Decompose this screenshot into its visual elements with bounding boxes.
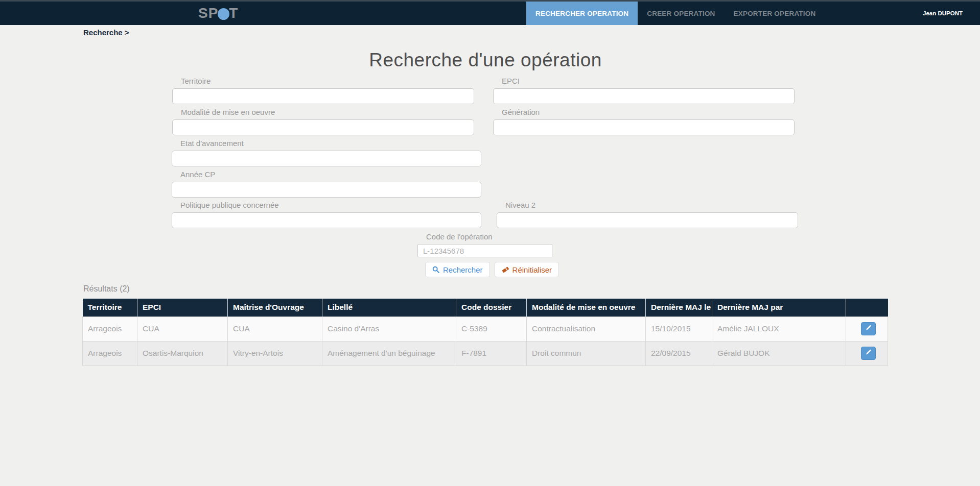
epci-label: EPCI: [502, 77, 795, 85]
cell-libelle: Casino d'Arras: [322, 317, 456, 341]
field-etat-avancement: Etat d'avancement: [172, 139, 481, 166]
cell-libelle: Aménagement d'un béguinage: [322, 341, 456, 366]
niveau-2-input[interactable]: [497, 212, 798, 228]
field-modalite: Modalité de mise en oeuvre: [172, 108, 474, 135]
annee-cp-label: Année CP: [180, 170, 481, 179]
field-niveau-2: Niveau 2: [497, 201, 798, 228]
cell-maitrise: Vitry-en-Artois: [228, 341, 322, 366]
nav-item-label: CREER OPERATION: [647, 10, 715, 17]
col-code-dossier: Code dossier: [456, 299, 527, 317]
results-count: Résultats (2): [83, 284, 130, 294]
search-icon: [432, 266, 439, 273]
cell-code: C-5389: [456, 317, 527, 341]
table-row: Arrageois CUA CUA Casino d'Arras C-5389 …: [83, 317, 888, 341]
col-actions: [846, 299, 888, 317]
table-header-row: Territoire EPCI Maîtrise d'Ouvrage Libel…: [83, 299, 888, 317]
pencil-icon: [865, 349, 872, 357]
col-derniere-maj-par: Dernière MAJ par: [712, 299, 846, 317]
nav-item-rechercher-operation[interactable]: RECHERCHER OPERATION: [526, 2, 638, 25]
annee-cp-input[interactable]: [172, 182, 481, 198]
navbar: SP T RECHERCHER OPERATION CREER OPERATIO…: [0, 0, 980, 25]
territoire-input[interactable]: [172, 88, 474, 104]
cell-maj-par: Amélie JALLOUX: [712, 317, 846, 341]
code-operation-label: Code de l'opération: [426, 232, 552, 241]
col-derniere-maj-le: Dernière MAJ le: [646, 299, 712, 317]
cell-epci: CUA: [137, 317, 228, 341]
field-annee-cp: Année CP: [172, 170, 481, 198]
logo-text-post: T: [229, 5, 238, 21]
cell-code: F-7891: [456, 341, 527, 366]
nav-item-label: EXPORTER OPERATION: [734, 10, 816, 17]
reset-button[interactable]: Réinitialiser: [495, 262, 559, 277]
reset-button-label: Réinitialiser: [512, 265, 552, 274]
cell-modalite: Contractualisation: [527, 317, 646, 341]
nav-item-label: RECHERCHER OPERATION: [535, 10, 628, 17]
epci-input[interactable]: [493, 88, 795, 104]
user-name: Jean DUPONT: [923, 2, 963, 25]
cell-maj-le: 22/09/2015: [646, 341, 712, 366]
logo-text-pre: SP: [198, 5, 218, 21]
modalite-label: Modalité de mise en oeuvre: [181, 108, 474, 116]
cell-epci: Osartis-Marquion: [137, 341, 228, 366]
edit-button[interactable]: [861, 347, 876, 360]
search-button[interactable]: Rechercher: [425, 262, 490, 277]
field-generation: Génération: [493, 108, 795, 135]
cell-territoire: Arrageois: [83, 317, 137, 341]
page-title: Recherche d'une opération: [0, 50, 971, 71]
field-politique-publique: Politique publique concernée: [172, 201, 481, 228]
etat-avancement-input[interactable]: [172, 151, 481, 166]
cell-maj-par: Gérald BUJOK: [712, 341, 846, 366]
niveau-2-label: Niveau 2: [505, 201, 798, 209]
field-epci: EPCI: [493, 77, 795, 104]
generation-input[interactable]: [493, 119, 795, 135]
politique-publique-label: Politique publique concernée: [180, 201, 481, 209]
col-epci: EPCI: [137, 299, 228, 317]
etat-avancement-label: Etat d'avancement: [180, 139, 481, 148]
table-row: Arrageois Osartis-Marquion Vitry-en-Arto…: [83, 341, 888, 366]
cell-maitrise: CUA: [228, 317, 322, 341]
field-code-operation: Code de l'opération: [417, 232, 552, 257]
form-actions: Rechercher Réinitialiser: [425, 262, 559, 277]
col-maitrise-ouvrage: Maîtrise d'Ouvrage: [228, 299, 322, 317]
col-territoire: Territoire: [83, 299, 137, 317]
cell-maj-le: 15/10/2015: [646, 317, 712, 341]
modalite-input[interactable]: [172, 119, 474, 135]
politique-publique-input[interactable]: [172, 212, 481, 228]
col-libelle: Libellé: [322, 299, 456, 317]
main-nav: RECHERCHER OPERATION CREER OPERATION EXP…: [526, 2, 825, 25]
breadcrumb[interactable]: Recherche >: [83, 28, 129, 37]
nav-item-exporter-operation[interactable]: EXPORTER OPERATION: [725, 2, 825, 25]
cell-actions: [846, 341, 888, 366]
territoire-label: Territoire: [181, 77, 474, 85]
cell-territoire: Arrageois: [83, 341, 137, 366]
cell-modalite: Droit commun: [527, 341, 646, 366]
pencil-icon: [865, 325, 872, 333]
nav-item-creer-operation[interactable]: CREER OPERATION: [638, 2, 724, 25]
code-operation-input[interactable]: [417, 244, 552, 257]
eraser-icon: [502, 266, 509, 273]
search-button-label: Rechercher: [443, 265, 483, 274]
field-territoire: Territoire: [172, 77, 474, 104]
col-modalite: Modalité de mise en oeuvre: [527, 299, 646, 317]
results-table: Territoire EPCI Maîtrise d'Ouvrage Libel…: [82, 299, 888, 366]
spot-logo: SP T: [198, 2, 238, 25]
cell-actions: [846, 317, 888, 341]
logo-dot-icon: [218, 8, 229, 20]
generation-label: Génération: [502, 108, 795, 116]
edit-button[interactable]: [861, 322, 876, 335]
